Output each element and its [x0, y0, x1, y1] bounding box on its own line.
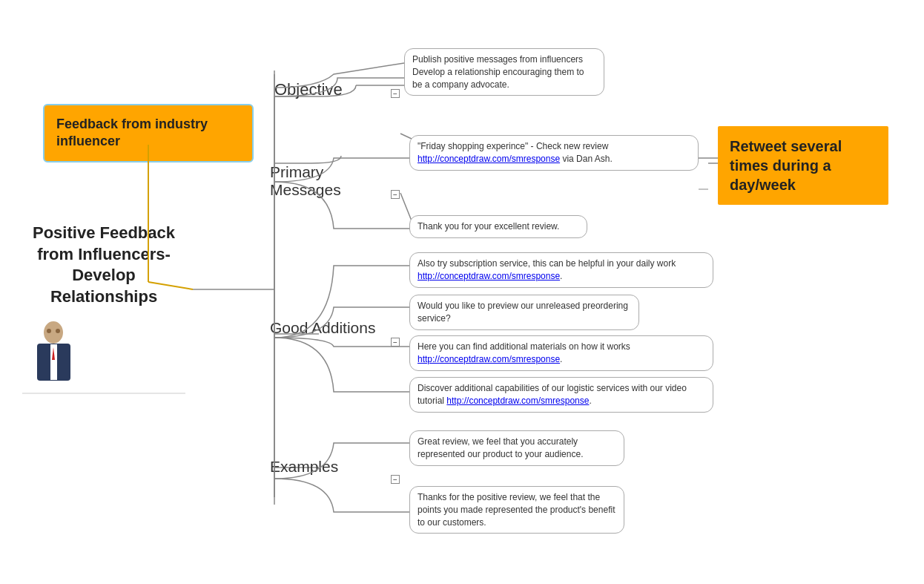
svg-point-14 — [56, 329, 60, 333]
objective-node-text: Publish positive messages from influence… — [412, 54, 584, 90]
examples-node2: Thanks for the positive review, we feel … — [409, 486, 624, 534]
good-additions-label: Good Additions — [270, 319, 375, 337]
retweet-box-text: Retweet several times during a day/week — [730, 137, 877, 194]
feedback-box: Feedback from industry influencer — [43, 104, 254, 163]
good-node3: Here you can find additional materials o… — [409, 335, 713, 371]
objective-label: Objective — [274, 80, 343, 99]
examples-node1: Great review, we feel that you accuratel… — [409, 430, 624, 466]
mindmap-container: Positive Feedback from Influencers-Devel… — [0, 0, 924, 584]
central-node: Positive Feedback from Influencers-Devel… — [22, 223, 185, 307]
good-node4-text: Discover additional capabilities of our … — [418, 383, 687, 406]
good-node3-text: Here you can find additional materials o… — [418, 341, 630, 364]
svg-point-9 — [44, 321, 63, 344]
primary-node2-text: Thank you for your excellent review. — [418, 221, 559, 232]
good-node2-text: Would you like to preview our unreleased… — [418, 301, 628, 324]
examples-node2-text: Thanks for the positive review, we feel … — [418, 492, 615, 528]
svg-rect-11 — [50, 344, 57, 380]
good-node2: Would you like to preview our unreleased… — [409, 295, 639, 330]
primary-link1[interactable]: http://conceptdraw.com/smresponse — [418, 154, 560, 164]
primary-node2: Thank you for your excellent review. — [409, 215, 587, 238]
svg-point-13 — [47, 329, 51, 333]
good-link3[interactable]: http://conceptdraw.com/smresponse — [418, 354, 560, 364]
primary-node1: "Friday shopping experince" - Check new … — [409, 135, 699, 171]
feedback-box-text: Feedback from industry influencer — [56, 116, 240, 151]
central-node-text: Positive Feedback from Influencers-Devel… — [22, 223, 185, 307]
good-additions-collapse[interactable]: − — [391, 338, 400, 347]
examples-label: Examples — [270, 458, 338, 476]
good-link1[interactable]: http://conceptdraw.com/smresponse — [418, 271, 560, 281]
examples-node1-text: Great review, we feel that you accuratel… — [418, 436, 583, 459]
primary-node1-text: "Friday shopping experince" - Check new … — [418, 141, 613, 164]
retweet-box: Retweet several times during a day/week — [718, 126, 888, 205]
primary-collapse[interactable]: − — [391, 190, 400, 199]
primary-messages-label: PrimaryMessages — [270, 163, 341, 199]
good-node4: Discover additional capabilities of our … — [409, 377, 713, 413]
good-node1-text: Also try subscription service, this can … — [418, 258, 676, 281]
objective-collapse[interactable]: − — [391, 89, 400, 98]
examples-collapse[interactable]: − — [391, 475, 400, 484]
good-link4[interactable]: http://conceptdraw.com/smresponse — [446, 396, 589, 406]
good-node1: Also try subscription service, this can … — [409, 252, 713, 288]
objective-node: Publish positive messages from influence… — [404, 48, 604, 96]
person-icon — [30, 319, 78, 386]
